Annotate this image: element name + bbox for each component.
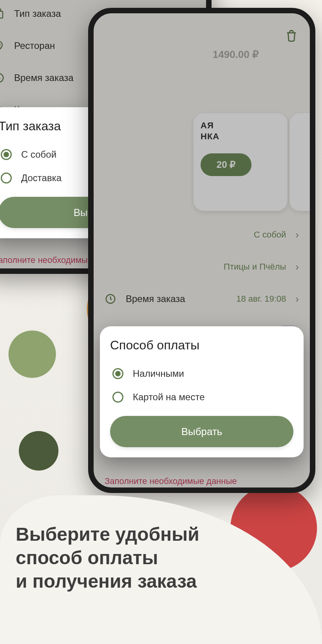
radio-option-cash[interactable]: Наличными [110,362,293,385]
radio-label: С собой [21,149,56,160]
radio-label: Наличными [133,368,184,379]
select-button[interactable]: Выбрать [110,416,293,447]
promo-headline: Выберите удобный способ оплаты и получен… [16,523,306,593]
button-label: Выбрать [181,426,223,438]
radio-icon [112,368,123,379]
radio-icon [1,149,12,160]
phone-frame-b: 1490.00 ₽ АЯ НКА 20 ₽ С собой › Птицы и … [88,8,315,493]
radio-label: Картой на месте [133,392,204,403]
dialog-title: Способ оплаты [110,338,293,353]
radio-icon [1,173,12,183]
payment-method-dialog: Способ оплаты Наличными Картой на месте … [100,326,304,457]
radio-label: Доставка [21,173,62,183]
radio-icon [112,392,123,403]
radio-option-card[interactable]: Картой на месте [110,385,293,409]
